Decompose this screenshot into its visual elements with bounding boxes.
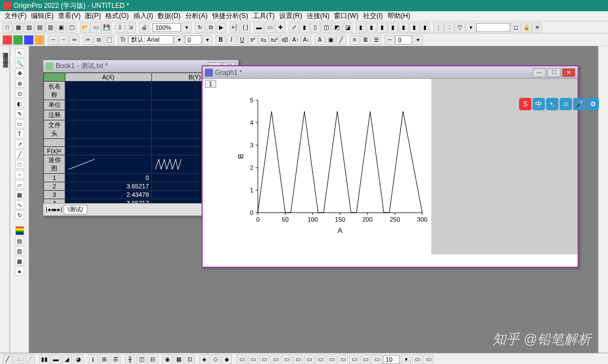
value-dd-icon[interactable]: ▾: [401, 354, 411, 365]
import-icon[interactable]: ⇩: [115, 23, 125, 33]
stat1-icon[interactable]: ╫: [125, 354, 135, 365]
save-icon[interactable]: 💾: [101, 23, 111, 33]
digitize-icon[interactable]: ✚: [275, 23, 285, 33]
refresh-icon[interactable]: ↻: [195, 23, 205, 33]
row-fx[interactable]: F(x)=: [44, 147, 65, 155]
minimize-button[interactable]: —: [533, 68, 546, 77]
ime-logo-icon[interactable]: S: [519, 98, 531, 110]
3d3-icon[interactable]: ◆: [222, 354, 232, 365]
circle-tool-icon[interactable]: ○: [15, 170, 24, 179]
greek-icon[interactable]: αβ: [280, 35, 290, 45]
add-column-icon[interactable]: +│: [230, 23, 240, 33]
print-icon[interactable]: 🖨: [139, 23, 149, 33]
row-num[interactable]: 4: [44, 199, 65, 204]
style3-icon[interactable]: ═: [69, 35, 79, 45]
ime-lang-button[interactable]: 中: [533, 98, 545, 110]
menu-insert[interactable]: 插入(I): [131, 11, 155, 21]
menu-analysis[interactable]: 分析(A): [183, 11, 210, 21]
align1-icon[interactable]: ≡: [350, 35, 360, 45]
box-icon[interactable]: ◻: [511, 23, 521, 33]
row-num[interactable]: 1: [44, 174, 65, 182]
bar7-icon[interactable]: ▮: [420, 23, 430, 33]
line-width-combo[interactable]: 0: [395, 35, 412, 44]
scatter-plot-icon[interactable]: ∴: [14, 354, 24, 365]
bar6-icon[interactable]: ▮: [409, 23, 419, 33]
menu-graph[interactable]: 图(P): [83, 11, 103, 21]
last2-icon[interactable]: ▭: [423, 354, 433, 365]
bar4-icon[interactable]: ▮: [388, 23, 398, 33]
bar1-icon[interactable]: ▮: [356, 23, 366, 33]
code-builder-icon[interactable]: { }: [240, 23, 251, 33]
zoom-dropdown-icon[interactable]: ▾: [181, 23, 191, 33]
italic-icon[interactable]: I: [226, 35, 236, 45]
lock-icon[interactable]: 🔒: [521, 23, 531, 33]
chart3-icon[interactable]: ◫: [321, 23, 331, 33]
image-plot-icon[interactable]: ▦: [173, 354, 184, 365]
ime-settings-icon[interactable]: ⚙: [587, 98, 599, 110]
multi-y-icon[interactable]: ⫿: [88, 354, 98, 365]
open-icon[interactable]: 📂: [80, 23, 90, 33]
rect-tool-icon[interactable]: □: [15, 160, 24, 169]
data-reader-icon[interactable]: ⊕: [15, 79, 24, 88]
template5-icon[interactable]: ▭: [281, 354, 292, 365]
new-graph-icon[interactable]: ▧: [24, 23, 34, 33]
supersub-icon[interactable]: x₂²: [269, 35, 279, 45]
new-workbook-icon[interactable]: ▦: [13, 23, 23, 33]
tab-message-log[interactable]: 消息日志: [0, 51, 10, 55]
menu-tools[interactable]: 工具(T): [251, 11, 277, 21]
line-symbol-icon[interactable]: ⋰: [25, 354, 35, 365]
size-dd-icon[interactable]: ▾: [202, 35, 212, 45]
menu-file[interactable]: 文件(F): [2, 11, 29, 21]
line-plot-icon[interactable]: ╱: [2, 354, 12, 365]
paste-icon[interactable]: 📋: [104, 35, 114, 45]
menu-gadgets[interactable]: 快捷分析(S): [210, 11, 251, 21]
font-tool-icon[interactable]: Tr: [118, 35, 128, 45]
new-matrix-icon[interactable]: ▤: [34, 23, 44, 33]
video-icon[interactable]: ▭: [265, 23, 275, 33]
color1-icon[interactable]: [2, 35, 12, 45]
arrow-tool-icon[interactable]: ↗: [15, 140, 24, 149]
text-tool-icon[interactable]: T: [15, 129, 24, 138]
font-name-combo[interactable]: 默认: Arial: [128, 35, 173, 44]
line-color-icon[interactable]: ╱: [336, 35, 346, 45]
area-plot-icon[interactable]: ◢: [62, 354, 72, 365]
template4-icon[interactable]: ▭: [270, 354, 280, 365]
bar-plot-icon[interactable]: ▬: [51, 354, 61, 365]
draw-data-icon[interactable]: ✎: [15, 109, 24, 118]
line-tool-icon[interactable]: ╱: [15, 150, 24, 159]
pointer-icon[interactable]: ↖: [15, 48, 24, 57]
font-color-icon[interactable]: A: [315, 35, 325, 45]
zoom-combo[interactable]: 100%: [153, 23, 181, 32]
freehand-tool-icon[interactable]: ∿: [15, 200, 24, 209]
style1-icon[interactable]: ─: [48, 35, 58, 45]
ime-punct-icon[interactable]: •,: [546, 98, 558, 110]
duplicate-icon[interactable]: ⧉: [205, 23, 216, 33]
template7-icon[interactable]: ▭: [304, 354, 314, 365]
template6-icon[interactable]: ▭: [293, 354, 303, 365]
increase-font-icon[interactable]: A↑: [290, 35, 301, 45]
object-manager-tab[interactable]: [598, 46, 608, 364]
decrease-font-icon[interactable]: A↓: [301, 35, 311, 45]
chart2-icon[interactable]: ▯: [310, 23, 320, 33]
menu-connectivity[interactable]: 连接(N): [305, 11, 332, 21]
lw-dd-icon[interactable]: ▾: [413, 35, 423, 45]
font-dd-icon[interactable]: ▾: [174, 35, 184, 45]
slide-icon[interactable]: ▬: [254, 23, 264, 33]
ime-emoji-icon[interactable]: ☺: [560, 98, 572, 110]
rotate-icon[interactable]: ↻: [15, 210, 24, 219]
palette2-icon[interactable]: ▤: [15, 236, 24, 245]
panning-icon[interactable]: ✥: [15, 69, 24, 78]
close2-icon[interactable]: ✕: [532, 23, 542, 33]
palette5-icon[interactable]: ●: [15, 267, 24, 276]
column-plot-icon[interactable]: ▮▮: [39, 354, 50, 365]
bold-icon[interactable]: B: [216, 35, 226, 45]
3d1-icon[interactable]: ◈: [199, 354, 209, 365]
cell[interactable]: 0: [65, 174, 152, 182]
template10-icon[interactable]: ▭: [338, 354, 348, 365]
cell[interactable]: 3.65217: [65, 199, 152, 204]
graph-window[interactable]: Graph1 * — ☐ ✕ 1 ── B 012345050100150200…: [202, 65, 579, 268]
3d2-icon[interactable]: ◇: [211, 354, 221, 365]
fill-color-icon[interactable]: ▣: [325, 35, 336, 45]
polygon-tool-icon[interactable]: ▱: [15, 180, 24, 189]
region-tool-icon[interactable]: ▦: [15, 190, 24, 199]
